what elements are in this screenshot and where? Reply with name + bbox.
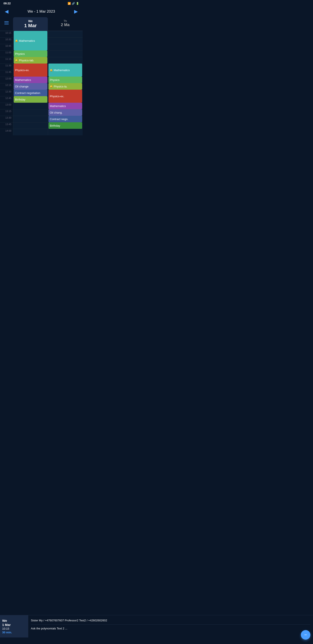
nav-header: ◀ We - 1 Mar 2023 ▶ (0, 6, 83, 17)
day-header-thu[interactable]: Th 2 Ma (48, 17, 83, 31)
day-header-wed[interactable]: We 1 Mar (13, 17, 48, 31)
event-block[interactable]: Mathematics (14, 76, 47, 83)
event-label: Birthday (50, 124, 60, 127)
event-block[interactable]: Mathematics (48, 103, 82, 109)
day-header-row: We 1 Mar Th 2 Ma (0, 17, 83, 31)
time-label: 13:30 (0, 116, 13, 122)
time-label: 12:45 (0, 96, 13, 103)
popup-date-section: We 1 Mar 10:15 30 min. (0, 615, 28, 638)
time-label: 11:00 (0, 50, 13, 57)
slot-line (48, 129, 83, 135)
time-label: 13:45 (0, 122, 13, 129)
event-label: Physics-lab. (19, 59, 34, 62)
slot-line (48, 38, 83, 44)
slot-line (48, 44, 83, 50)
event-block[interactable]: Physics (14, 50, 47, 57)
event-block[interactable]: Birthday (48, 122, 82, 129)
time-label: 12:15 (0, 83, 13, 90)
slot-line (13, 129, 48, 135)
wifi-icon: 🔗 (72, 2, 75, 5)
event-block[interactable]: 🔔Mathematics (48, 64, 82, 76)
event-label: Mathematics (50, 104, 66, 108)
slot-line (13, 109, 48, 116)
time-label: 11:45 (0, 70, 13, 76)
signal-icon: 📶 (68, 2, 71, 5)
slot-line (13, 116, 48, 122)
event-label: Contract nego. (50, 118, 68, 121)
time-label: 11:30 (0, 64, 13, 70)
status-icons: 📶 🔗 🔋 (68, 2, 79, 5)
status-time: 09:22 (3, 2, 11, 5)
popup-date: 1 Mar (2, 623, 26, 626)
event-block[interactable]: Physics-ex. (48, 90, 82, 103)
day-num-wed: 1 Mar (14, 23, 46, 28)
menu-line-3 (4, 24, 9, 24)
popup-content: Sister My / +47607607607 Professor2 Test… (28, 615, 83, 638)
event-label: Physics (15, 52, 25, 56)
time-label: 14:00 (0, 129, 13, 135)
event-block[interactable]: Physics-ex. (14, 64, 47, 76)
status-bar: 09:22 📶 🔗 🔋 (0, 0, 83, 6)
event-block[interactable]: Physics (48, 76, 82, 83)
time-label: 12:00 (0, 76, 13, 83)
time-label: 13:15 (0, 109, 13, 116)
thu-column: 🔔MathematicsPhysics🔔Physics-la.Physics-e… (48, 31, 83, 135)
bell-icon: 🔔 (15, 59, 18, 62)
time-gutter: 10:1510:3010:4511:0011:1511:3011:4512:00… (0, 31, 13, 135)
event-block[interactable]: 🔔Mathematics (14, 31, 47, 50)
day-name-wed: We (14, 19, 46, 23)
event-popup: We 1 Mar 10:15 30 min. Sister My / +4760… (0, 615, 83, 644)
popup-divider (31, 624, 83, 625)
time-label: 10:15 (0, 31, 13, 38)
slot-line (13, 103, 48, 109)
slot-line (13, 122, 48, 129)
time-label: 10:45 (0, 44, 13, 50)
bell-icon: 🔔 (50, 69, 53, 72)
event-block[interactable]: Oil change (14, 83, 47, 90)
event-label: Physics-ex. (50, 95, 64, 98)
event-label: Physics-ex. (15, 68, 29, 72)
popup-body: Ask the polynomials Text 2 ... (31, 626, 83, 631)
event-label: Oil chang. (50, 111, 63, 114)
event-label: Birthday (15, 98, 25, 101)
bell-icon: 🔔 (15, 40, 18, 42)
event-block[interactable]: Birthday (14, 96, 47, 103)
event-label: Mathematics (54, 68, 70, 72)
event-label: Physics-la. (54, 85, 67, 88)
back-arrow[interactable]: ◀ (2, 8, 10, 16)
gutter-spacer (0, 17, 13, 31)
slot-line (48, 57, 83, 64)
time-label: 10:30 (0, 38, 13, 44)
menu-line-2 (4, 23, 9, 23)
event-label: Oil change (15, 85, 28, 88)
time-label: 12:30 (0, 90, 13, 96)
bell-icon: 🔔 (50, 85, 53, 88)
event-label: Physics (50, 78, 59, 82)
event-label: Contract negotiation (15, 92, 40, 95)
day-num-thu: 2 Ma (49, 23, 81, 27)
time-label: 13:00 (0, 103, 13, 109)
day-name-thu: Th (49, 19, 81, 23)
calendar-grid: 10:1510:3010:4511:0011:1511:3011:4512:00… (0, 31, 83, 135)
event-label: Mathematics (15, 78, 31, 82)
wed-column: 🔔MathematicsPhysics🔔Physics-lab.Physics-… (13, 31, 48, 135)
event-block[interactable]: 🔔Physics-la. (48, 83, 82, 90)
event-block[interactable]: Contract nego. (48, 116, 82, 122)
event-block[interactable]: Oil chang. (48, 109, 82, 116)
menu-line-1 (4, 21, 9, 22)
menu-button[interactable] (2, 19, 10, 27)
event-label: Mathematics (19, 39, 35, 42)
time-label: 11:15 (0, 57, 13, 64)
nav-title: We - 1 Mar 2023 (28, 9, 55, 14)
popup-time: 10:15 (2, 627, 26, 630)
forward-arrow[interactable]: ▶ (72, 8, 80, 16)
event-block[interactable]: Contract negotiation (14, 90, 47, 96)
popup-day: We (2, 619, 26, 622)
slot-line (48, 50, 83, 57)
popup-duration: 30 min. (2, 631, 26, 634)
event-block[interactable]: 🔔Physics-lab. (14, 57, 47, 64)
slot-line (48, 31, 83, 38)
battery-icon: 🔋 (76, 2, 79, 5)
popup-contacts: Sister My / +47607607607 Professor2 Test… (31, 618, 83, 623)
